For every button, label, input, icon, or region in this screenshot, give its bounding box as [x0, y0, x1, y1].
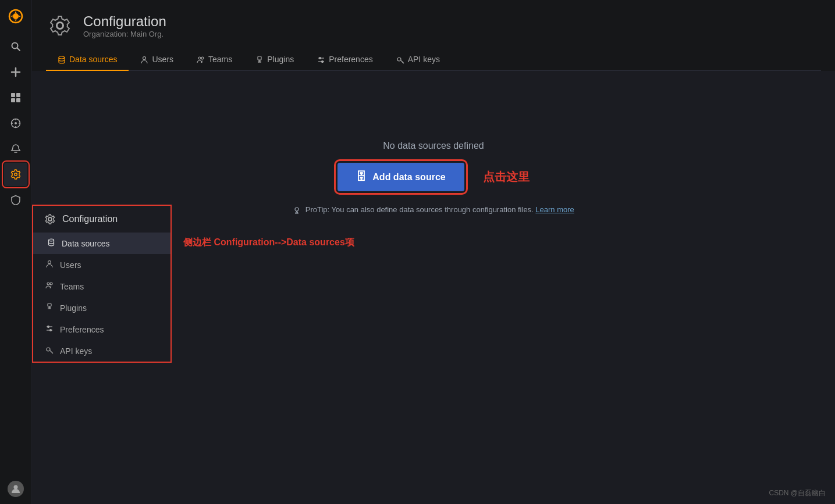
tab-users-label: Users [152, 55, 173, 64]
sidebar-item-explore[interactable] [4, 112, 27, 135]
config-dropdown-menu: Configuration Data sources Users [32, 205, 172, 363]
svg-point-37 [295, 208, 299, 211]
config-users-icon [45, 281, 54, 291]
svg-line-36 [402, 62, 403, 63]
svg-rect-42 [48, 303, 51, 306]
users-icon [197, 55, 205, 64]
sidebar-item-search[interactable] [4, 35, 27, 58]
sidebar-item-configuration[interactable] [4, 163, 27, 186]
svg-point-50 [47, 348, 50, 351]
add-datasource-label: Add data source [372, 172, 445, 183]
config-plug-icon [45, 303, 54, 313]
learn-more-link[interactable]: Learn more [535, 205, 574, 214]
protip-content: ProTip: You can also define data sources… [305, 205, 534, 214]
no-data-text: No data sources defined [383, 141, 484, 151]
svg-point-33 [322, 61, 324, 63]
tab-teams[interactable]: Teams [185, 49, 244, 71]
svg-rect-11 [16, 93, 20, 97]
svg-point-40 [47, 283, 49, 285]
config-menu-api-keys[interactable]: API keys [33, 340, 170, 362]
svg-point-48 [48, 326, 49, 328]
svg-point-15 [15, 122, 17, 124]
sidebar-item-new[interactable] [4, 60, 27, 84]
svg-rect-10 [11, 93, 15, 97]
sidebar-annotation: 侧边栏 Configuration-->Data sources项 [183, 237, 354, 249]
avatar[interactable] [8, 481, 24, 497]
svg-point-49 [50, 330, 52, 331]
svg-point-34 [397, 58, 401, 61]
db-icon [58, 55, 66, 64]
svg-rect-12 [11, 98, 15, 102]
icon-sidebar [0, 0, 32, 504]
config-preferences-label: Preferences [60, 325, 104, 334]
svg-point-23 [143, 57, 146, 60]
tab-api-keys[interactable]: API keys [385, 49, 452, 71]
config-menu-items: Data sources Users Teams [33, 233, 170, 362]
config-users-label: Users [60, 260, 81, 270]
key-icon [396, 55, 404, 64]
tab-bar: Data sources Users Teams Plugins [46, 49, 821, 71]
tab-teams-label: Teams [208, 55, 232, 64]
config-menu-data-sources[interactable]: Data sources [33, 233, 170, 254]
svg-point-41 [50, 283, 52, 285]
user-avatar-container[interactable] [8, 481, 24, 497]
svg-rect-26 [258, 56, 261, 60]
add-db-icon: 🗄 [356, 171, 367, 183]
svg-point-22 [59, 56, 65, 59]
content-area: No data sources defined 🗄 Add data sourc… [32, 71, 835, 504]
sidebar-item-shield[interactable] [4, 188, 27, 212]
config-menu-users[interactable]: Users [33, 254, 170, 276]
tab-plugins-label: Plugins [267, 55, 294, 64]
app-logo[interactable] [4, 5, 27, 28]
main-area: Configuration Organization: Main Org. Da… [32, 0, 835, 504]
config-sliders-icon [45, 324, 54, 334]
user-icon [140, 55, 148, 64]
config-menu-header: Configuration [33, 206, 170, 233]
svg-point-24 [198, 57, 201, 59]
svg-point-1 [13, 13, 19, 19]
protip-text: ProTip: You can also define data sources… [293, 205, 574, 215]
svg-point-21 [14, 485, 18, 489]
sidebar-item-dashboards[interactable] [4, 86, 27, 109]
click-here-annotation: 点击这里 [483, 169, 530, 185]
page-subtitle: Organization: Main Org. [83, 30, 166, 38]
svg-line-51 [50, 351, 53, 353]
config-db-icon [47, 238, 56, 248]
svg-point-39 [48, 261, 51, 264]
page-header: Configuration Organization: Main Org. Da… [32, 0, 835, 71]
sidebar-item-alerting[interactable] [4, 137, 27, 160]
plug-icon [255, 55, 264, 64]
config-menu-preferences[interactable]: Preferences [33, 319, 170, 340]
config-api-keys-label: API keys [60, 346, 92, 356]
tab-preferences[interactable]: Preferences [305, 49, 384, 71]
tab-plugins[interactable]: Plugins [244, 49, 305, 71]
watermark: CSDN @自磊幽白 [769, 488, 826, 498]
svg-point-32 [319, 58, 321, 59]
config-key-icon [45, 346, 54, 356]
svg-point-38 [49, 239, 54, 241]
config-header-icon [46, 12, 74, 40]
config-menu-title: Configuration [62, 214, 118, 224]
config-menu-teams[interactable]: Teams [33, 276, 170, 297]
page-title: Configuration [83, 13, 166, 30]
svg-point-25 [201, 57, 204, 59]
config-data-sources-label: Data sources [62, 239, 109, 248]
svg-rect-13 [16, 98, 20, 102]
config-teams-label: Teams [60, 282, 84, 291]
add-datasource-button[interactable]: 🗄 Add data source [337, 163, 464, 191]
tab-preferences-label: Preferences [329, 55, 372, 64]
tab-users[interactable]: Users [129, 49, 185, 71]
tab-api-keys-label: API keys [408, 55, 440, 64]
sliders-icon [317, 55, 325, 64]
tab-data-sources[interactable]: Data sources [46, 49, 129, 71]
tab-data-sources-label: Data sources [69, 55, 117, 64]
svg-line-7 [17, 48, 20, 51]
config-user-icon [45, 260, 54, 270]
config-plugins-label: Plugins [60, 303, 87, 313]
config-menu-plugins[interactable]: Plugins [33, 297, 170, 319]
